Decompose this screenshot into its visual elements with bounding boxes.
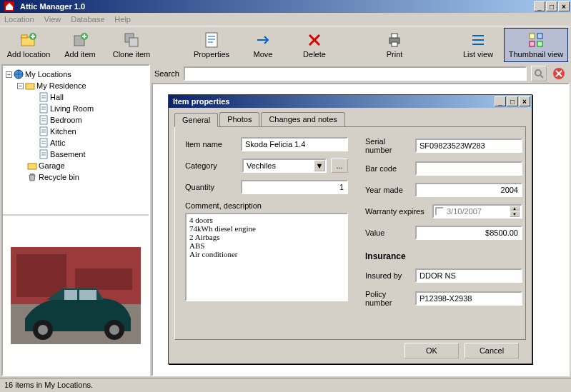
tree-room[interactable]: Hall	[6, 91, 146, 103]
maximize-button[interactable]: □	[546, 1, 557, 11]
search-bar: Search	[152, 64, 570, 83]
svg-line-55	[540, 75, 543, 78]
barcode-input[interactable]	[415, 161, 522, 176]
properties-button[interactable]: Properties	[186, 28, 237, 62]
add-location-button[interactable]: Add location	[3, 28, 54, 62]
clone-item-button[interactable]: Clone item	[106, 28, 157, 62]
clone-icon	[123, 31, 140, 49]
warranty-label: Warranty expires	[365, 207, 428, 216]
left-panel: − My Locations − My Residence HallLiving…	[1, 64, 150, 376]
dialog-minimize-button[interactable]: _	[495, 96, 506, 106]
close-circle-icon	[552, 67, 565, 80]
page-icon	[39, 92, 49, 102]
list-view-icon	[470, 31, 487, 49]
thumbnail-view-button[interactable]: Thumbnail view	[504, 28, 568, 62]
serial-input[interactable]	[415, 139, 522, 153]
tree-recycle[interactable]: Recycle bin	[6, 171, 146, 183]
warranty-date-field[interactable]: 3/10/2007 ▲▼	[432, 204, 522, 218]
category-combo[interactable]: Vechiles ▼	[242, 159, 327, 173]
tab-content-general: Item name Category Vechiles ▼ ... Quanti…	[174, 127, 526, 340]
item-name-input[interactable]	[241, 137, 348, 151]
svg-rect-33	[40, 127, 47, 136]
collapse-icon[interactable]: −	[6, 71, 12, 78]
add-item-button[interactable]: Add item	[54, 28, 106, 62]
policy-input[interactable]	[415, 291, 522, 306]
dialog-tabs: General Photos Changes and notes	[174, 112, 526, 127]
svg-point-51	[38, 325, 48, 335]
menu-view[interactable]: View	[44, 15, 61, 24]
dialog-titlebar[interactable]: Item properties _ □ ×	[169, 95, 532, 108]
minimize-button[interactable]: _	[534, 1, 545, 11]
window-title: Attic Manager 1.0	[17, 2, 534, 11]
properties-icon	[203, 31, 220, 49]
quantity-label: Quantity	[185, 183, 237, 191]
svg-rect-36	[40, 139, 47, 147]
dialog-title: Item properties	[170, 97, 495, 106]
page-icon	[39, 126, 49, 136]
tab-photos[interactable]: Photos	[219, 112, 259, 126]
print-button[interactable]: Print	[369, 28, 420, 62]
comment-textarea[interactable]	[185, 213, 348, 301]
menu-location[interactable]: Location	[4, 15, 34, 24]
collapse-icon[interactable]: −	[17, 83, 24, 89]
year-label: Year made	[365, 186, 411, 194]
quantity-input[interactable]	[241, 180, 348, 194]
tab-changes[interactable]: Changes and notes	[261, 112, 344, 126]
svg-rect-19	[537, 34, 542, 39]
page-icon	[39, 115, 49, 125]
insured-input[interactable]	[415, 268, 522, 283]
barcode-label: Bar code	[365, 164, 411, 173]
search-button[interactable]	[531, 66, 547, 81]
menubar: Location View Database Help	[0, 13, 571, 26]
location-tree[interactable]: − My Locations − My Residence HallLiving…	[3, 66, 149, 216]
svg-rect-20	[530, 41, 535, 46]
dialog-close-button[interactable]: ×	[519, 96, 530, 106]
tree-residence[interactable]: − My Residence	[6, 80, 146, 91]
svg-rect-48	[64, 290, 77, 300]
value-label: Value	[365, 228, 411, 237]
tree-room[interactable]: Living Room	[6, 103, 146, 114]
dialog-maximize-button[interactable]: □	[507, 96, 518, 106]
main-titlebar: Attic Manager 1.0 _ □ ×	[0, 0, 571, 13]
menu-database[interactable]: Database	[71, 15, 104, 24]
tree-room[interactable]: Attic	[6, 137, 146, 149]
category-browse-button[interactable]: ...	[331, 159, 348, 173]
svg-rect-30	[40, 116, 47, 124]
move-button[interactable]: Move	[237, 28, 289, 62]
delete-button[interactable]: Delete	[289, 28, 340, 62]
svg-rect-27	[40, 104, 47, 113]
tree-garage[interactable]: Garage	[6, 160, 146, 171]
search-icon	[534, 69, 544, 79]
delete-icon	[306, 31, 323, 49]
cancel-button[interactable]: Cancel	[465, 343, 519, 358]
print-icon	[386, 31, 403, 49]
close-button[interactable]: ×	[558, 1, 570, 11]
chevron-down-icon[interactable]: ▼	[314, 160, 325, 171]
date-spinner[interactable]: ▲▼	[510, 206, 520, 217]
comment-label: Comment, description	[185, 201, 348, 210]
status-text: 16 items in My Locations.	[4, 381, 93, 389]
svg-rect-43	[30, 174, 34, 175]
warranty-checkbox[interactable]	[435, 207, 444, 216]
year-input[interactable]	[415, 183, 522, 197]
svg-rect-46	[16, 254, 66, 297]
svg-rect-24	[40, 93, 47, 101]
folder-icon	[27, 161, 37, 171]
category-label: Category	[185, 161, 238, 170]
svg-point-53	[109, 325, 119, 335]
ok-button[interactable]: OK	[404, 343, 459, 358]
tree-room[interactable]: Basement	[6, 149, 146, 160]
tree-room[interactable]: Bedroom	[6, 114, 146, 126]
folder-plus-icon	[20, 31, 37, 49]
tab-general[interactable]: General	[174, 113, 218, 127]
svg-rect-23	[26, 84, 34, 89]
svg-point-54	[535, 70, 541, 76]
tree-room[interactable]: Kitchen	[6, 126, 146, 137]
clear-search-button[interactable]	[551, 66, 567, 81]
toolbar: Add location Add item Clone item Propert…	[0, 26, 571, 63]
list-view-button[interactable]: List view	[452, 28, 504, 62]
value-input[interactable]	[415, 226, 522, 240]
search-input[interactable]	[184, 66, 527, 81]
menu-help[interactable]: Help	[114, 15, 131, 24]
tree-root[interactable]: − My Locations	[6, 69, 146, 80]
